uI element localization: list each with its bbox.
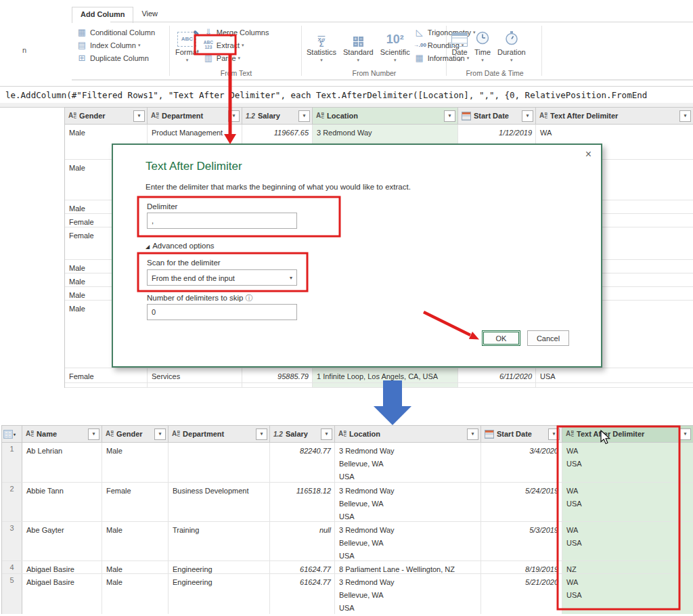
information-icon: ▦ — [413, 53, 426, 64]
column-header-gender[interactable]: ABCGender▾ — [102, 426, 169, 442]
column-header-text-after-delimiter[interactable]: ABCText After Delimiter▾ — [536, 108, 693, 124]
scan-for-delimiter-label: Scan for the delimiter — [147, 259, 221, 267]
ribbon-button-merge-columns[interactable]: ⇓Merge Columns — [202, 26, 269, 39]
ribbon-button-statistics[interactable]: XσΣStatistics▾ — [303, 24, 340, 63]
formula-bar[interactable]: le.AddColumn(#"Filtered Rows1", "Text Af… — [0, 86, 693, 104]
cell-line: Female — [106, 485, 165, 498]
column-header-salary[interactable]: 1.2Salary▾ — [242, 108, 313, 124]
filter-icon[interactable]: ▾ — [88, 428, 99, 440]
dialog-description: Enter the delimiter that marks the begin… — [146, 183, 411, 191]
filter-icon[interactable]: ▾ — [154, 428, 166, 440]
cell-line: 5/21/2020 — [485, 576, 558, 589]
cell-line — [317, 385, 455, 387]
chevron-down-icon: ▾ — [14, 432, 16, 437]
cell-salary: 61624.77 — [270, 574, 335, 614]
standard-icon: +−÷× — [353, 24, 363, 48]
cell-line: 1/12/2019 — [462, 127, 532, 139]
ribbon-button-conditional-column[interactable]: ▦Conditional Column — [76, 26, 155, 39]
filter-icon[interactable]: ▾ — [679, 110, 691, 122]
filter-icon[interactable]: ▾ — [321, 428, 332, 440]
column-header-start-date[interactable]: Start Date▾ — [458, 108, 536, 124]
ribbon-button-index-column[interactable]: ▤Index Column▾ — [76, 39, 155, 51]
ribbon-button-time[interactable]: Time▾ — [471, 24, 494, 63]
column-header-salary[interactable]: 1.2Salary▾ — [270, 426, 335, 442]
column-header-text-after-delimiter[interactable]: ABCText After Delimiter▾ — [562, 426, 693, 442]
ribbon-button-scientific[interactable]: 10²Scientific▾ — [377, 24, 413, 63]
filter-icon[interactable]: ▾ — [522, 110, 533, 122]
cell-line: USA — [540, 370, 690, 382]
delimiter-input[interactable]: , — [147, 213, 297, 229]
ribbon-group-from-number: XσΣStatistics▾+−÷×Standard▾10²Scientific… — [303, 24, 445, 77]
table-row: 4Abigael BasireMaleEngineering61624.778 … — [2, 561, 693, 574]
select-all-header[interactable]: ▾ — [2, 426, 22, 442]
ribbon-button-label: Scientific — [380, 48, 410, 57]
column-header-name[interactable]: ABCName▾ — [22, 426, 102, 442]
ribbon-button-label: Conditional Column — [90, 28, 155, 37]
ribbon-button-label: Statistics — [307, 48, 336, 57]
cell-line: Ab Lehrian — [26, 445, 99, 458]
ribbon-button-parse[interactable]: ▥Parse▾ — [202, 51, 269, 64]
advanced-options-label: Advanced options — [152, 242, 214, 250]
ribbon-button-extract[interactable]: ABC123Extract▾ — [202, 39, 269, 51]
cell-line: Services — [152, 370, 239, 382]
cell-line: 3 Redmond Way — [339, 576, 478, 589]
chevron-down-icon: ▾ — [290, 275, 292, 281]
skip-delimiters-input[interactable]: 0 — [147, 304, 297, 320]
close-icon[interactable]: × — [585, 149, 591, 160]
tab-underline — [110, 22, 693, 22]
cell-name: Abbie Tann — [22, 483, 102, 521]
filter-icon[interactable]: ▾ — [133, 110, 145, 122]
ribbon-button-format[interactable]: ABC✎Format▾ — [172, 24, 202, 63]
cell-line: 61624.77 — [274, 576, 331, 589]
cell-line: USA — [566, 498, 690, 510]
column-header-location[interactable]: ABCLocation▾ — [335, 426, 481, 442]
tab-view[interactable]: View — [133, 7, 166, 22]
ribbon-group-separator — [301, 26, 302, 76]
advanced-options-toggle[interactable]: ◢Advanced options — [146, 242, 215, 250]
cell-salary: 95885.79 — [242, 368, 313, 382]
cell-line: WA — [566, 524, 690, 537]
cell-line: WA — [540, 127, 690, 139]
scan-direction-select[interactable]: From the end of the input ▾ — [147, 269, 297, 286]
cell-name: Abigael Basire — [22, 574, 102, 614]
cell-line: 5/24/2019 — [485, 485, 558, 498]
filter-icon[interactable]: ▾ — [256, 428, 267, 440]
chevron-down-icon: ▾ — [320, 58, 323, 63]
ribbon-group-separator — [169, 26, 170, 76]
cell-line: WA — [566, 576, 690, 589]
tab-add-column[interactable]: Add Column — [72, 7, 133, 23]
filter-icon[interactable]: ▾ — [298, 110, 310, 122]
cell-text-after-delimiter: USA — [536, 368, 693, 382]
column-header-department[interactable]: ABCDepartment▾ — [169, 426, 270, 442]
column-header-location[interactable]: ABCLocation▾ — [313, 108, 458, 124]
info-icon[interactable]: ⓘ — [246, 294, 253, 302]
ok-button[interactable]: OK — [482, 330, 520, 346]
column-header-gender[interactable]: ABCGender▾ — [65, 108, 148, 124]
ribbon-button-duration[interactable]: Duration▾ — [494, 24, 529, 63]
filter-icon[interactable]: ▾ — [467, 428, 478, 440]
skip-delimiters-text: Number of delimiters to skip — [147, 294, 244, 302]
time-icon — [475, 24, 490, 48]
cell-line: 3 Redmond Way — [339, 485, 478, 498]
column-header-department[interactable]: ABCDepartment▾ — [148, 108, 242, 124]
column-header-start-date[interactable]: Start Date▾ — [481, 426, 562, 442]
chevron-down-icon: ▾ — [458, 58, 461, 63]
filter-icon[interactable]: ▾ — [548, 428, 560, 440]
text-type-icon: ABC — [316, 112, 324, 120]
extract-icon: ABC123 — [202, 40, 215, 51]
filter-icon[interactable]: ▾ — [228, 110, 240, 122]
cell-location: 3 Redmond WayBellevue, WAUSA — [335, 522, 481, 560]
cell-location: 1 Infinite Loop, Los Angels, CA, USA — [313, 368, 458, 382]
select-all-icon — [3, 430, 13, 439]
ribbon-button-standard[interactable]: +−÷×Standard▾ — [340, 24, 377, 63]
chevron-down-icon: ▾ — [238, 56, 241, 61]
date-type-icon — [462, 112, 471, 120]
filter-icon[interactable]: ▾ — [679, 428, 691, 440]
filter-icon[interactable]: ▾ — [444, 110, 455, 122]
text-after-delimiter-dialog: × Text After Delimiter Enter the delimit… — [112, 144, 602, 368]
ribbon-group-label: From Date & Time — [448, 69, 541, 77]
delimiter-label: Delimiter — [147, 202, 177, 211]
ribbon-button-duplicate-column[interactable]: ⊞Duplicate Column — [76, 51, 155, 64]
ribbon-button-date[interactable]: Date▾ — [448, 24, 471, 63]
cancel-button[interactable]: Cancel — [527, 330, 569, 346]
